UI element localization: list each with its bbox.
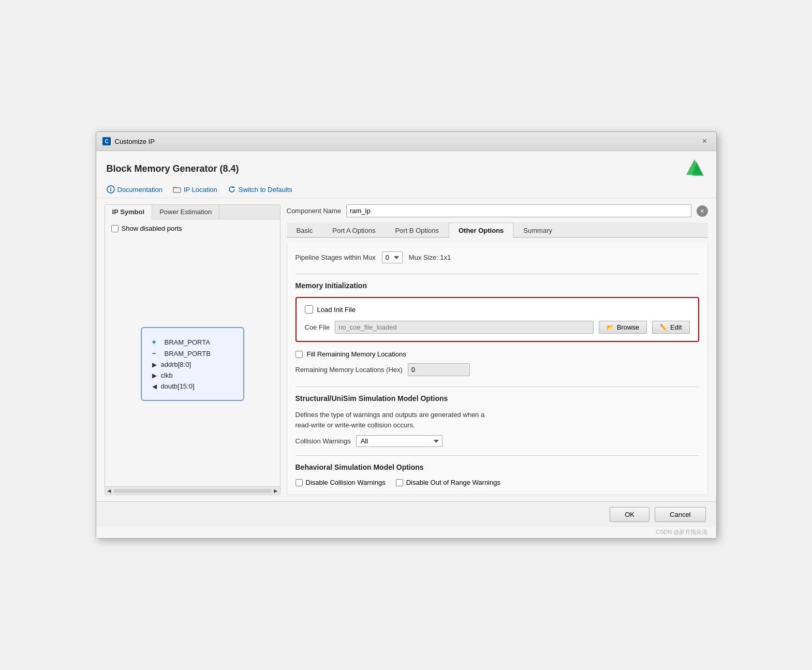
xilinx-logo-icon <box>683 157 706 180</box>
disable-collision-label: Disable Collision Warnings <box>306 479 386 486</box>
customize-ip-dialog: C Customize IP × Block Memory Generator … <box>96 131 717 539</box>
edit-label: Edit <box>670 323 682 331</box>
svg-rect-7 <box>173 188 181 192</box>
disable-out-of-range-label: Disable Out of Range Warnings <box>406 479 500 486</box>
title-bar-close-button[interactable]: × <box>700 136 710 146</box>
scroll-track <box>113 489 272 493</box>
mux-size-label: Mux Size: 1x1 <box>409 254 451 261</box>
divider-2 <box>296 386 699 387</box>
ip-location-link[interactable]: IP Location <box>173 185 217 193</box>
coe-file-input[interactable] <box>335 321 594 334</box>
browse-label: Browse <box>617 323 639 331</box>
show-disabled-ports-checkbox[interactable] <box>111 225 119 232</box>
bram-porta-port: + BRAM_PORTA <box>152 336 233 348</box>
fill-remaining-label: Fill Remaining Memory Locations <box>307 350 406 358</box>
fill-remaining-checkbox[interactable] <box>296 351 303 358</box>
bram-portb-label: BRAM_PORTB <box>165 350 211 358</box>
divider-1 <box>296 274 699 274</box>
collision-row: Collision Warnings All WARNING_ONLY GENE… <box>296 435 699 447</box>
tab-power-estimation[interactable]: Power Estimation <box>152 205 219 219</box>
title-bar-left: C Customize IP <box>102 137 155 145</box>
toolbar-links: i Documentation IP Location <box>107 185 706 193</box>
load-init-file-checkbox[interactable] <box>305 305 313 314</box>
collision-select[interactable]: All WARNING_ONLY GENERATE_X_ONLY NONE <box>356 435 442 447</box>
divider-3 <box>296 455 699 456</box>
left-tab-bar: IP Symbol Power Estimation <box>105 205 280 219</box>
coe-file-row: Coe File 📂 Browse ✏️ Edit <box>305 321 690 334</box>
disable-collision-checkbox[interactable] <box>296 479 303 486</box>
component-name-label: Component Name <box>287 207 342 215</box>
ok-button[interactable]: OK <box>610 507 649 522</box>
structural-section-title: Structural/UniSim Simulation Model Optio… <box>296 394 699 405</box>
pipeline-select[interactable]: 0 1 2 <box>382 251 403 263</box>
remaining-memory-row: Remaining Memory Locations (Hex) <box>296 363 699 376</box>
browse-icon: 📂 <box>607 324 614 331</box>
dialog-body: IP Symbol Power Estimation Show disabled… <box>96 198 716 501</box>
show-disabled-ports-row: Show disabled ports <box>111 225 274 232</box>
disable-out-of-range-item: Disable Out of Range Warnings <box>396 479 500 486</box>
component-name-row: Component Name × <box>287 204 708 217</box>
coe-file-label: Coe File <box>305 323 330 331</box>
scroll-right-icon[interactable]: ▶ <box>274 488 278 494</box>
plus-icon: + <box>152 338 160 346</box>
info-icon: i <box>107 185 115 193</box>
clkb-port: ▶ clkb <box>152 370 233 381</box>
arrow-left-icon: ◀ <box>152 383 157 390</box>
right-panel: Component Name × Basic Port A Options Po… <box>287 204 708 495</box>
tab-ip-symbol[interactable]: IP Symbol <box>105 205 153 219</box>
edit-icon: ✏️ <box>660 324 668 331</box>
tab-other-options[interactable]: Other Options <box>449 222 513 238</box>
left-panel-options: Show disabled ports <box>105 219 280 242</box>
right-tab-bar: Basic Port A Options Port B Options Othe… <box>287 222 708 238</box>
left-scrollbar[interactable]: ◀ ▶ <box>105 486 280 495</box>
left-panel: IP Symbol Power Estimation Show disabled… <box>105 204 280 495</box>
tab-summary[interactable]: Summary <box>513 222 562 238</box>
tab-basic[interactable]: Basic <box>287 222 323 238</box>
dialog-header: Block Memory Generator (8.4) i Documenta… <box>96 151 716 198</box>
addrb-port: ▶ addrb[8:0] <box>152 359 233 370</box>
disable-out-of-range-checkbox[interactable] <box>396 479 403 486</box>
documentation-label: Documentation <box>117 186 163 193</box>
fill-remaining-row: Fill Remaining Memory Locations <box>296 350 699 358</box>
bram-symbol: + BRAM_PORTA − BRAM_PORTB ▶ addrb[8:0] ▶… <box>141 327 244 401</box>
minus-icon: − <box>152 349 160 358</box>
symbol-area: + BRAM_PORTA − BRAM_PORTB ▶ addrb[8:0] ▶… <box>105 242 280 486</box>
collision-label: Collision Warnings <box>296 437 351 445</box>
scroll-left-icon[interactable]: ◀ <box>107 488 111 494</box>
tab-port-b-options[interactable]: Port B Options <box>385 222 449 238</box>
clkb-label: clkb <box>161 371 173 379</box>
remaining-memory-label: Remaining Memory Locations (Hex) <box>296 366 403 374</box>
svg-text:i: i <box>110 187 111 192</box>
structural-description: Defines the type of warnings and outputs… <box>296 410 699 430</box>
structural-section: Structural/UniSim Simulation Model Optio… <box>296 394 699 447</box>
component-name-input[interactable] <box>346 204 691 217</box>
refresh-icon <box>228 185 236 193</box>
tab-port-a-options[interactable]: Port A Options <box>322 222 385 238</box>
bram-porta-label: BRAM_PORTA <box>165 338 210 346</box>
browse-button[interactable]: 📂 Browse <box>599 321 647 334</box>
behavioral-section-title: Behavioral Simulation Model Options <box>296 463 699 473</box>
cancel-button[interactable]: Cancel <box>655 507 705 522</box>
load-init-file-label: Load Init File <box>317 306 356 314</box>
watermark: CSDN @岁月指尖流 <box>96 527 716 538</box>
memory-init-section-title: Memory Initialization <box>296 281 699 292</box>
title-bar: C Customize IP × <box>96 132 716 151</box>
dialog-title-text: Block Memory Generator (8.4) <box>107 163 239 174</box>
documentation-link[interactable]: i Documentation <box>107 185 163 193</box>
ip-location-label: IP Location <box>184 186 217 193</box>
bram-portb-port: − BRAM_PORTB <box>152 348 233 359</box>
dialog-footer: OK Cancel <box>96 501 716 527</box>
svg-text:C: C <box>105 139 108 144</box>
addrb-label: addrb[8:0] <box>161 361 191 368</box>
component-name-clear-button[interactable]: × <box>697 205 708 217</box>
behavioral-section: Behavioral Simulation Model Options Disa… <box>296 463 699 486</box>
switch-defaults-link[interactable]: Switch to Defaults <box>228 185 292 193</box>
arrow-right-icon-2: ▶ <box>152 372 157 379</box>
dialog-title-row: Block Memory Generator (8.4) <box>107 157 706 180</box>
doutb-port: ◀ doutb[15:0] <box>152 381 233 392</box>
show-disabled-ports-label: Show disabled ports <box>122 225 182 232</box>
arrow-right-icon-1: ▶ <box>152 361 157 368</box>
title-bar-text: Customize IP <box>115 138 155 145</box>
remaining-memory-input[interactable] <box>408 363 470 376</box>
edit-button[interactable]: ✏️ Edit <box>652 321 689 334</box>
